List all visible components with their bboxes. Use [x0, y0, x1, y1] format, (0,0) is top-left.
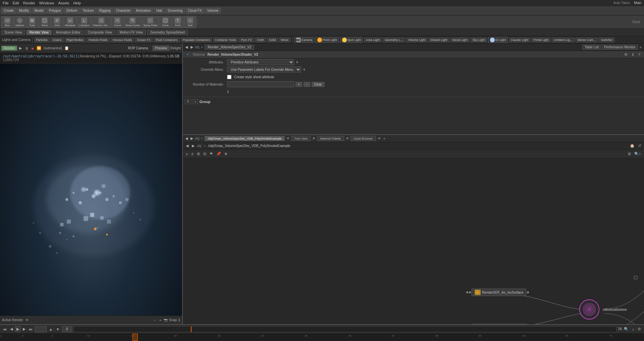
render-copy[interactable]: 📋	[63, 46, 70, 51]
btn-rigid-bodies[interactable]: Rigid Bodies	[65, 38, 86, 42]
node-canvas[interactable]: 🔶 RenderSDF_As_IsoSurface ✦ vdbvisualize…	[183, 158, 644, 324]
tab-performance[interactable]: Performance Monitor	[602, 45, 638, 50]
shelf-rigging[interactable]: Rigging	[97, 8, 113, 13]
node-path-back[interactable]: ◀	[185, 143, 190, 148]
menu-render[interactable]: Render	[23, 1, 35, 5]
group-minus[interactable]: ✕	[185, 99, 191, 104]
menu-help[interactable]: Help	[73, 1, 81, 5]
btn-spot-light[interactable]: Spot Light	[340, 37, 363, 43]
menu-edit[interactable]: Edit	[13, 1, 19, 5]
btn-ambient-light[interactable]: Ambient Lig...	[552, 38, 574, 42]
btn-portal-light[interactable]: Portal Light	[531, 38, 551, 42]
node-tool-flag[interactable]: ⚑	[209, 151, 214, 156]
btn-area-light[interactable]: Area Light	[364, 38, 382, 42]
node-nav-back[interactable]: ◀	[184, 136, 189, 141]
shelf-texture[interactable]: Texture	[80, 8, 96, 13]
tab-table-list[interactable]: Table List	[582, 45, 601, 50]
render-pause[interactable]: ⏸	[24, 46, 30, 51]
shelf-grooming[interactable]: Grooming	[165, 8, 185, 13]
node-tab-main[interactable]: /obj/Xmas_VolumeSpecDev_VDB_PolySmokeExa…	[205, 136, 285, 141]
btn-solid[interactable]: Solid	[267, 38, 278, 42]
material-settings[interactable]: ⚙	[623, 52, 629, 57]
frame-input[interactable]: 16	[35, 326, 47, 332]
btn-fluid-containers[interactable]: Fluid Containers	[154, 38, 180, 42]
timeline-next-frame[interactable]: ▶	[22, 327, 26, 332]
timeline-play-pause[interactable]: ▶	[15, 326, 20, 332]
node-sdfgradient[interactable]: RENDER_SDFGradientOnly	[466, 324, 530, 324]
node-tab-asset-close[interactable]: ✕	[377, 136, 382, 141]
vdb-circle[interactable]: ✦	[579, 299, 599, 320]
node-tab-asset-browser[interactable]: Asset Browser	[351, 136, 376, 141]
render-stop[interactable]: ■	[31, 46, 35, 51]
btn-point-light[interactable]: Point Light	[315, 37, 339, 43]
btn-decal-light[interactable]: Decal Light	[450, 38, 470, 42]
create-style-checkbox[interactable]	[227, 75, 231, 79]
tool-null[interactable]: + Null	[184, 16, 196, 28]
node-rendersdf[interactable]: 🔶 RenderSDF_As_IsoSurface	[466, 289, 529, 296]
menu-assets[interactable]: Assets	[58, 1, 69, 5]
tool-sphere[interactable]: ○ Sphere	[14, 16, 26, 28]
tab-animation-editor[interactable]: Animation Editor	[53, 30, 84, 35]
btn-grains[interactable]: Grains	[51, 38, 64, 42]
btn-camera[interactable]: 📷 Camera	[294, 37, 314, 43]
num-materials-input[interactable]: 1	[227, 81, 294, 87]
nav-back[interactable]: ◀	[184, 45, 189, 50]
node-zoom-fit[interactable]: ⊞	[627, 151, 632, 156]
active-render-close[interactable]: ✕	[24, 318, 30, 323]
btn-wires[interactable]: Wires	[279, 38, 290, 42]
timeline-skip-end[interactable]: ⏭	[28, 327, 34, 332]
material-info[interactable]: ℹ	[631, 52, 635, 57]
frame-start-input[interactable]	[62, 326, 72, 332]
btn-switcher[interactable]: Switcher	[599, 38, 614, 42]
node-tool-view[interactable]: ⊟	[202, 151, 207, 156]
tool-torus[interactable]: ◯ Torus	[39, 16, 51, 28]
tab-scene-view[interactable]: Scene View	[1, 30, 25, 35]
btn-pyro-fx[interactable]: Pyro FX	[239, 38, 254, 42]
node-tool-grid[interactable]: #	[190, 152, 194, 156]
material-help[interactable]: ?	[637, 52, 641, 57]
btn-gi-light[interactable]: GI Light	[488, 37, 508, 43]
tool-grid[interactable]: # Grid	[51, 16, 63, 28]
frame-plus[interactable]: ▲	[48, 327, 54, 332]
shelf-create[interactable]: Create	[1, 8, 16, 13]
nav-forward[interactable]: ▶	[190, 45, 194, 50]
shelf-model[interactable]: Model	[32, 8, 46, 13]
group-plus[interactable]: +	[193, 99, 198, 104]
clear-button[interactable]: Clear	[312, 82, 324, 87]
timeline-skip-start[interactable]: ⏮	[2, 327, 8, 332]
shelf-modify[interactable]: Modify	[17, 8, 31, 13]
shelf-cloudfx[interactable]: Cloud FX	[185, 8, 204, 13]
render-button[interactable]: Render	[1, 46, 17, 51]
num-materials-plus[interactable]: +	[296, 82, 302, 87]
node-vdbvisualize[interactable]: ✦ vdbvisualizetree	[579, 299, 627, 320]
tool-platonic[interactable]: ◇ Platonic Sol...	[91, 16, 111, 28]
btn-geometry-light[interactable]: Geometry L...	[383, 38, 405, 42]
node-tool-list[interactable]: ≡	[185, 152, 189, 156]
btn-populate-containers[interactable]: Populate Containers	[181, 38, 212, 42]
tool-lsystem[interactable]: L LSystem	[77, 16, 91, 28]
timeline-right-menu[interactable]: ⚙	[637, 327, 642, 332]
tool-tube[interactable]: ◍ Tube	[26, 16, 38, 28]
btn-sky-light[interactable]: Sky Light	[471, 38, 487, 42]
btn-volume-light[interactable]: Volume Light	[406, 38, 428, 42]
shelf-character[interactable]: Character	[113, 8, 133, 13]
preview-button[interactable]: Preview	[153, 46, 169, 51]
tool-metaball[interactable]: ∞ Metaball	[63, 16, 77, 28]
btn-particle-fluids[interactable]: Particle Fluids	[87, 38, 110, 42]
node-tab-material-palette[interactable]: Material Palette	[317, 136, 344, 141]
timeline-bar[interactable]	[73, 326, 616, 332]
tab-geometry-spreadsheet[interactable]: Geometry Spreadsheet	[147, 30, 188, 35]
node-zoom-in[interactable]: 🔍+	[633, 151, 642, 156]
node-tab-tree[interactable]: Tree View	[291, 136, 311, 141]
tool-font[interactable]: T Font	[172, 16, 184, 28]
menu-windows[interactable]: Windows	[39, 1, 54, 5]
btn-ocean-fx[interactable]: Ocean FX	[135, 38, 153, 42]
node-tool-stack[interactable]: ⊞	[196, 151, 201, 156]
zoom-out[interactable]: 🔍	[623, 327, 630, 332]
node-nav-forward[interactable]: ▶	[190, 136, 194, 141]
node-tab-add[interactable]: +	[382, 136, 386, 141]
shelf-polygon[interactable]: Polygon	[47, 8, 63, 13]
timeline-prev-frame[interactable]: ◀	[9, 327, 14, 332]
render-play[interactable]: ▶	[18, 46, 23, 51]
node-path-forward[interactable]: ▶	[191, 143, 196, 148]
